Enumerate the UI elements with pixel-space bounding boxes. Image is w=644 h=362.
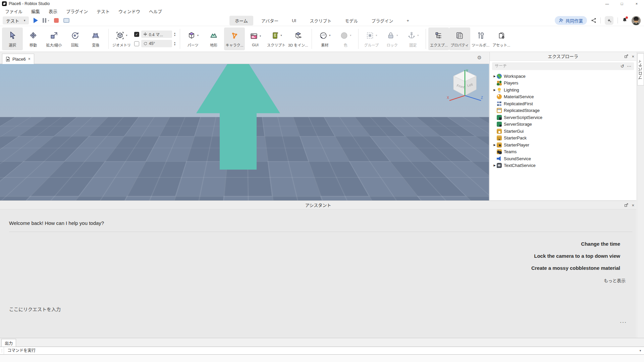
chevron-down-icon[interactable]: ▾ — [329, 34, 330, 37]
tree-item-soundservice[interactable]: SoundService — [490, 155, 636, 162]
tab-model[interactable]: モデル — [339, 16, 363, 25]
play-button[interactable] — [34, 18, 38, 23]
scale-tool-button[interactable]: 拡大/縮小 — [44, 27, 64, 50]
notifications-button[interactable] — [622, 17, 628, 24]
chevron-down-icon[interactable]: ▾ — [376, 34, 377, 37]
script-button[interactable]: ▾ スクリプト — [266, 27, 287, 50]
close-panel-icon[interactable]: × — [632, 54, 634, 59]
drag-handle-icon[interactable]: ⋮ — [0, 347, 4, 354]
snap-rotate-stepper[interactable]: ▴▾ — [174, 41, 175, 46]
search-input[interactable] — [492, 64, 621, 68]
suggestion-cobblestone[interactable]: Create a mossy cobblestone material — [531, 265, 620, 271]
tab-add[interactable]: + — [401, 16, 415, 25]
tree-item-serverstorage[interactable]: ServerStorage — [490, 121, 636, 128]
device-emulator-icon[interactable] — [63, 18, 69, 23]
tree-item-replicatedfirst[interactable]: ReplicatedFirst — [490, 100, 636, 107]
gui-button[interactable]: ▾ GUI — [245, 27, 266, 50]
assistant-header[interactable]: アシスタント × — [0, 201, 636, 209]
assistant-more-menu-icon[interactable]: ... — [620, 317, 627, 324]
snap-move-checkbox[interactable]: ✓ — [134, 32, 139, 37]
explorer-toggle-button[interactable]: エクスプ... — [428, 27, 449, 50]
snap-move-stepper[interactable]: ▴▾ — [174, 32, 175, 37]
tree-item-starterpack[interactable]: StarterPack — [490, 135, 636, 142]
tab-ui[interactable]: UI — [286, 16, 302, 25]
user-avatar[interactable] — [632, 16, 641, 25]
menu-window[interactable]: ウィンドウ — [118, 8, 140, 14]
show-more-link[interactable]: もっと表示 — [604, 277, 626, 284]
menu-help[interactable]: ヘルプ — [149, 8, 162, 14]
menu-test[interactable]: テスト — [97, 8, 110, 14]
output-tab[interactable]: 出力 — [1, 339, 16, 347]
tab-plugins[interactable]: プラグイン — [366, 16, 398, 25]
tab-avatar[interactable]: アバター — [256, 16, 284, 25]
tree-item-teams[interactable]: Teams — [490, 148, 636, 156]
popout-panel-icon[interactable] — [624, 203, 628, 207]
tree-item-workspace[interactable]: ▶Workspace — [490, 73, 636, 80]
popout-panel-icon[interactable] — [624, 54, 628, 58]
properties-toggle-button[interactable]: プロパティ — [449, 27, 470, 50]
chevron-down-icon[interactable]: ▾ — [260, 35, 261, 38]
collaborate-button[interactable]: 共同作業 — [555, 16, 587, 25]
maximize-button[interactable]: □ — [614, 0, 629, 7]
terrain-button[interactable]: 地形 — [203, 27, 224, 50]
parts-button[interactable]: ▾ パーツ — [182, 27, 203, 50]
share-icon[interactable] — [591, 18, 596, 23]
view-cube[interactable]: Front Left X Y Z — [445, 68, 484, 102]
stop-button[interactable] — [54, 18, 59, 23]
pause-caret-icon[interactable]: ▾ — [48, 19, 49, 22]
material-button[interactable]: ▾ 素材 — [314, 27, 335, 50]
command-dropdown-icon[interactable]: ▾ — [637, 349, 644, 352]
chevron-down-icon[interactable]: ▾ — [126, 34, 127, 37]
explorer-header[interactable]: エクスプローラ × — [490, 52, 636, 61]
chevron-down-icon[interactable]: ▾ — [396, 34, 398, 37]
tab-close-icon[interactable]: × — [28, 57, 31, 61]
tree-item-textchatservice[interactable]: ▶TextChatService — [490, 162, 636, 169]
viewport-3d[interactable]: Front Left X Y Z — [0, 64, 489, 200]
chevron-down-icon[interactable]: ▾ — [417, 34, 419, 37]
suggestion-change-time[interactable]: Change the time — [581, 241, 620, 247]
tree-item-starterplayer[interactable]: ▶StarterPlayer — [490, 141, 636, 148]
assistant-sparkle-button[interactable] — [605, 16, 613, 25]
close-panel-icon[interactable]: × — [632, 203, 634, 208]
character-button[interactable]: キャラク... — [224, 27, 245, 50]
transform-tool-button[interactable]: 変換 — [85, 27, 106, 50]
chevron-down-icon[interactable]: ▾ — [281, 34, 282, 37]
chevron-down-icon[interactable]: ▾ — [197, 34, 199, 37]
move-tool-button[interactable]: 移動 — [23, 27, 44, 50]
tree-item-lighting[interactable]: ▶Lighting — [490, 86, 636, 94]
snap-move-field[interactable]: 0.4 マ... — [141, 31, 172, 38]
tree-item-materialservice[interactable]: MaterialService — [490, 94, 636, 101]
expand-arrow-icon[interactable]: ▶ — [492, 164, 497, 167]
tree-item-startergui[interactable]: StarterGui — [490, 128, 636, 135]
assistant-request-input[interactable] — [9, 307, 479, 312]
minimize-button[interactable]: — — [600, 0, 614, 7]
tree-item-replicatedstorage[interactable]: ReplicatedStorage — [490, 107, 636, 114]
viewport-settings-gear-icon[interactable]: ⚙ — [477, 55, 482, 61]
history-icon[interactable]: ↺ — [621, 64, 624, 69]
menu-view[interactable]: 表示 — [49, 8, 57, 14]
snap-rotate-field[interactable]: 45° — [141, 40, 172, 47]
more-options-icon[interactable]: ⋯ — [627, 64, 631, 69]
anchor-button[interactable]: ▾ 固定 — [402, 27, 423, 50]
tree-item-serverscriptservice[interactable]: ServerScriptService — [490, 114, 636, 121]
toolbox-toggle-button[interactable]: ツールボ... — [470, 27, 491, 50]
tab-script[interactable]: スクリプト — [304, 16, 337, 25]
menu-plugins[interactable]: プラグイン — [66, 8, 88, 14]
rotate-tool-button[interactable]: 回転 — [64, 27, 85, 50]
close-button[interactable]: × — [629, 0, 644, 7]
suggestion-lock-camera[interactable]: Lock the camera to a top down view — [534, 253, 620, 259]
chevron-down-icon[interactable]: ▾ — [350, 34, 351, 37]
expand-arrow-icon[interactable]: ▶ — [492, 88, 497, 92]
lock-button[interactable]: ▾ ロック — [382, 27, 402, 50]
group-button[interactable]: ▾ グループ — [361, 27, 382, 50]
geometry-button[interactable]: ▾ ジオメトリ — [111, 27, 132, 50]
tree-item-players[interactable]: Players — [490, 80, 636, 87]
properties-vertical-tab[interactable]: プロパティ — [637, 53, 644, 85]
expand-arrow-icon[interactable]: ▶ — [492, 75, 497, 78]
tab-home[interactable]: ホーム — [229, 16, 253, 25]
import-3d-button[interactable]: 3D をイン... — [287, 27, 309, 50]
pause-button[interactable]: ▾ — [43, 18, 49, 23]
select-tool-button[interactable]: 選択 — [2, 27, 23, 50]
snap-rotate-checkbox[interactable] — [134, 41, 139, 46]
menu-file[interactable]: ファイル — [5, 8, 22, 14]
